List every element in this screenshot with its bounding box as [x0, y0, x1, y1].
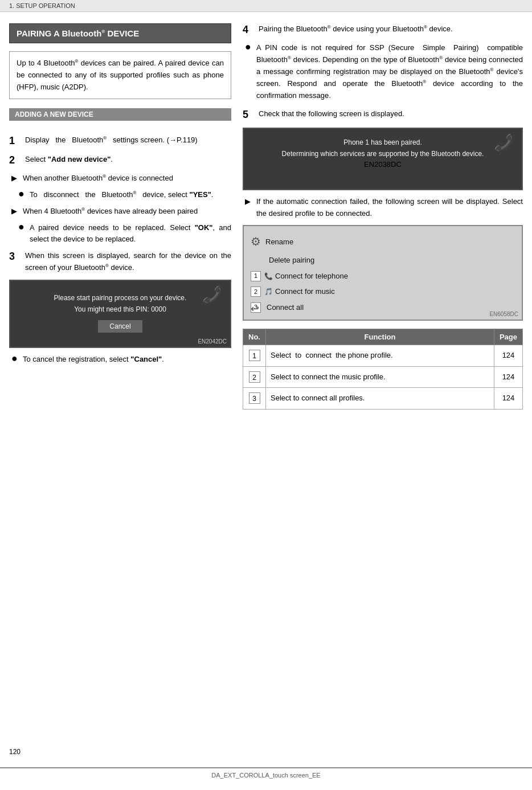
sub-section-title: ADDING A NEW DEVICE: [9, 108, 231, 121]
step-3-num: 3: [9, 250, 22, 263]
back-arrow-icon: ↩: [251, 302, 259, 315]
step-5-text: Check that the following screen is displ…: [259, 108, 404, 120]
bullet-4-devices-text: When 4 Bluetooth® devices have already b…: [23, 206, 198, 218]
music-icon-small: 🎵: [264, 286, 273, 297]
table-num-box-1: 1: [249, 350, 260, 361]
screen-code-1: EN2042DC: [198, 338, 227, 345]
bullet-4-devices: ▶ When 4 Bluetooth® devices have already…: [9, 206, 231, 218]
bullet-cancel-text: To cancel the registration, select "Canc…: [23, 354, 164, 366]
num-badge-1: 1: [251, 271, 261, 281]
menu-item-rename: ⚙ Rename: [251, 231, 515, 252]
phone-icon-1: 📞: [202, 285, 222, 304]
table-row-3: 3 Select to connect all profiles. 124: [243, 388, 523, 410]
step-1: 1 Display the Bluetooth® settings screen…: [9, 134, 231, 148]
menu-item-telephone: 1 📞 Connect for telephone: [251, 268, 515, 284]
dot-icon-3: ●: [11, 352, 21, 365]
menu-item-music: 2 🎵 Connect for music: [251, 284, 515, 300]
paired-line-2: Determining which services are supported…: [282, 150, 484, 158]
screen-paired-mockup: 📞 Phone 1 has been paired. Determining w…: [243, 128, 523, 190]
function-table: No. Function Page 1 Select to connect th…: [243, 329, 523, 410]
bullet-pin-text: A PIN code is not required for SSP (Secu…: [256, 42, 523, 101]
top-bar: 1. SETUP OPERATION: [0, 0, 532, 12]
bullet-another-device: ▶ When another Bluetooth® device is conn…: [9, 173, 231, 185]
dot-icon-2: ●: [18, 220, 27, 234]
cancel-btn[interactable]: Cancel: [98, 320, 142, 333]
table-cell-function-2: Select to connect the music profile.: [266, 366, 494, 388]
table-cell-function-1: Select to connect the phone profile.: [266, 345, 494, 367]
menu-music-label: Connect for music: [275, 286, 335, 297]
phone-icon-small: 📞: [264, 271, 273, 281]
bullet-auto-fail-text: If the automatic connection failed, the …: [256, 196, 523, 220]
bullet-disconnect: ● To disconnect the Bluetooth® device, s…: [9, 189, 231, 201]
step-2-text: Select "Add new device".: [25, 154, 113, 166]
table-row-2: 2 Select to connect the music profile. 1…: [243, 366, 523, 388]
step-1-text: Display the Bluetooth® settings screen. …: [25, 134, 198, 146]
intro-box: Up to 4 Bluetooth® devices can be paired…: [9, 51, 231, 99]
bullet-disconnect-text: To disconnect the Bluetooth® device, sel…: [30, 189, 213, 201]
step-1-num: 1: [9, 134, 22, 148]
gear-icon: ⚙: [251, 233, 261, 250]
table-num-box-3: 3: [249, 392, 260, 404]
table-cell-page-3: 124: [494, 388, 523, 410]
table-num-box-2: 2: [249, 371, 260, 383]
bullet-auto-fail: ▶ If the automatic connection failed, th…: [243, 196, 523, 220]
menu-rename-label: Rename: [265, 236, 293, 248]
table-header-no: No.: [243, 329, 266, 345]
table-cell-num-1: 1: [243, 345, 266, 367]
menu-telephone-label: Connect for telephone: [275, 271, 348, 282]
page-number: 120: [9, 748, 21, 756]
left-column: PAIRING A Bluetooth® DEVICE Up to 4 Blue…: [9, 23, 231, 410]
step-2: 2 Select "Add new device".: [9, 154, 231, 167]
step-2-num: 2: [9, 154, 22, 167]
bullet-another-device-text: When another Bluetooth® device is connec…: [23, 173, 173, 185]
bullet-cancel: ● To cancel the registration, select "Ca…: [9, 354, 231, 366]
menu-connect-all-label: Connect all: [267, 302, 304, 313]
arrow-icon-2: ▶: [11, 206, 21, 218]
step-3: 3 When this screen is displayed, search …: [9, 250, 231, 274]
profile-menu-mockup: ⚙ Rename Delete pairing 1 📞 Connect for …: [243, 225, 523, 321]
table-row-1: 1 Select to connect the phone profile. 1…: [243, 345, 523, 367]
step-5: 5 Check that the following screen is dis…: [243, 108, 523, 121]
menu-item-connect-all: 3 Connect all: [251, 300, 515, 316]
step-4-text: Pairing the Bluetooth® device using your…: [259, 23, 453, 35]
screen-paired-text: Phone 1 has been paired. Determining whi…: [249, 137, 516, 160]
step-5-num: 5: [243, 108, 255, 121]
screen-text-1: Please start pairing process on your dev…: [16, 292, 224, 316]
table-cell-page-2: 124: [494, 366, 523, 388]
step-3-text: When this screen is displayed, search fo…: [25, 250, 231, 274]
table-cell-page-1: 124: [494, 345, 523, 367]
sub-section-wrapper: ADDING A NEW DEVICE: [9, 108, 231, 128]
screen-line-2: You might need this PIN: 0000: [74, 305, 166, 313]
table-header-function: Function: [266, 329, 494, 345]
bullet-replace-text: A paired device needs to be replaced. Se…: [30, 222, 231, 246]
phone-icon-2: 📞: [494, 133, 514, 152]
arrow-icon-3: ▶: [245, 196, 254, 208]
bullet-pin: ● A PIN code is not required for SSP (Se…: [243, 42, 523, 101]
arrow-icon-1: ▶: [11, 173, 21, 185]
page-content: PAIRING A Bluetooth® DEVICE Up to 4 Blue…: [0, 12, 532, 421]
table-cell-num-2: 2: [243, 366, 266, 388]
menu-item-delete: Delete pairing: [251, 252, 515, 268]
num-badge-2: 2: [251, 286, 261, 297]
top-bar-label: 1. SETUP OPERATION: [9, 2, 75, 9]
section-title: PAIRING A Bluetooth® DEVICE: [9, 23, 231, 43]
table-header-page: Page: [494, 329, 523, 345]
screen-code-2: EN2038DC: [364, 160, 402, 169]
table-cell-num-3: 3: [243, 388, 266, 410]
menu-delete-label: Delete pairing: [269, 255, 314, 266]
screen-mockup-1: 📞 Please start pairing process on your d…: [9, 280, 231, 348]
step-4: 4 Pairing the Bluetooth® device using yo…: [243, 23, 523, 36]
table-cell-function-3: Select to connect all profiles.: [266, 388, 494, 410]
dot-icon-4: ●: [245, 40, 254, 54]
page-footer: 120: [9, 748, 21, 756]
section-title-text: PAIRING A Bluetooth® DEVICE: [17, 28, 139, 38]
bottom-label: DA_EXT_COROLLA_touch screen_EE: [0, 767, 532, 779]
right-column: 4 Pairing the Bluetooth® device using yo…: [243, 23, 523, 410]
screen-line-1: Please start pairing process on your dev…: [54, 294, 187, 302]
screen-code-3: EN6058DC: [489, 311, 518, 317]
intro-text: Up to 4 Bluetooth® devices can be paired…: [17, 59, 224, 91]
bottom-label-text: DA_EXT_COROLLA_touch screen_EE: [211, 772, 320, 779]
dot-icon-1: ●: [18, 187, 27, 200]
bullet-replace: ● A paired device needs to be replaced. …: [9, 222, 231, 246]
step-4-num: 4: [243, 23, 255, 36]
